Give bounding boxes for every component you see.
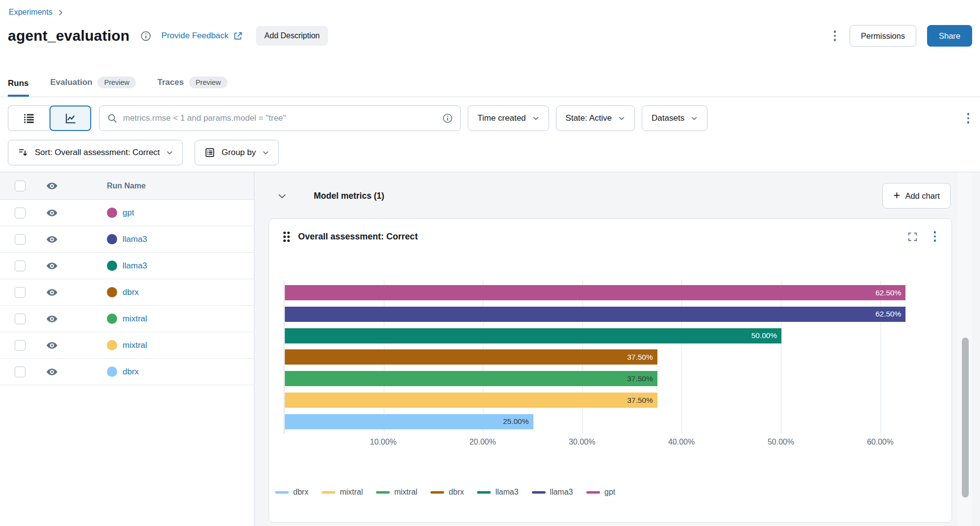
bar-llama3: 62.50% bbox=[285, 307, 905, 322]
legend-item-gpt[interactable]: gpt bbox=[586, 488, 615, 497]
visibility-eye-icon[interactable] bbox=[46, 260, 58, 272]
run-checkbox[interactable] bbox=[15, 208, 25, 218]
visibility-eye-icon[interactable] bbox=[46, 180, 58, 192]
scrollbar-thumb[interactable] bbox=[962, 338, 969, 498]
bar-value-label: 37.50% bbox=[627, 353, 657, 362]
chart-card-header: Overall assessment: Correct bbox=[283, 231, 939, 242]
group-by-dropdown[interactable]: Group by bbox=[195, 140, 279, 165]
run-checkbox[interactable] bbox=[15, 234, 25, 245]
add-chart-label: Add chart bbox=[905, 191, 940, 201]
x-tick-label: 60.00% bbox=[867, 438, 893, 447]
run-checkbox[interactable] bbox=[15, 287, 25, 298]
select-all-checkbox[interactable] bbox=[15, 181, 25, 191]
drag-handle-icon[interactable] bbox=[283, 232, 290, 242]
breadcrumb: Experiments bbox=[9, 8, 64, 17]
visibility-eye-icon[interactable] bbox=[46, 287, 58, 298]
run-checkbox[interactable] bbox=[15, 261, 25, 271]
legend-item-llama3[interactable]: llama3 bbox=[532, 488, 573, 497]
state-filter-dropdown[interactable]: State: Active bbox=[556, 105, 635, 131]
visibility-eye-icon[interactable] bbox=[46, 234, 58, 245]
tab-runs[interactable]: Runs bbox=[8, 79, 29, 97]
legend-swatch bbox=[430, 491, 444, 494]
sort-dropdown[interactable]: Sort: Overall assessment: Correct bbox=[8, 140, 183, 165]
bar-value-label: 50.00% bbox=[751, 331, 781, 340]
breadcrumb-experiments-link[interactable]: Experiments bbox=[9, 8, 52, 17]
external-link-icon bbox=[233, 31, 243, 41]
chart-title: Overall assessment: Correct bbox=[298, 232, 418, 242]
sort-toolbar: Sort: Overall assessment: Correct Group … bbox=[8, 140, 279, 165]
tab-evaluation-label: Evaluation bbox=[50, 78, 93, 87]
chart-view-toggle-button[interactable] bbox=[50, 105, 91, 131]
run-name-link[interactable]: llama3 bbox=[123, 235, 147, 244]
chevron-down-icon bbox=[618, 115, 625, 122]
bar-llama3: 50.00% bbox=[285, 328, 781, 343]
tab-evaluation[interactable]: Evaluation Preview bbox=[50, 77, 136, 97]
charts-panel: Model metrics (1) + Add chart Overall as… bbox=[254, 172, 980, 526]
run-name-link[interactable]: gpt bbox=[123, 208, 134, 218]
tab-traces[interactable]: Traces Preview bbox=[157, 77, 227, 97]
share-button[interactable]: Share bbox=[927, 25, 972, 47]
run-name-link[interactable]: dbrx bbox=[123, 367, 139, 377]
list-view-toggle-button[interactable] bbox=[8, 105, 50, 131]
runs-table-panel: Run Name gptllama3llama3dbrxmixtralmixtr… bbox=[0, 172, 254, 526]
legend-label: mixtral bbox=[394, 488, 417, 497]
run-name-link[interactable]: mixtral bbox=[123, 341, 147, 350]
time-created-label: Time created bbox=[477, 113, 526, 123]
run-checkbox[interactable] bbox=[15, 367, 25, 377]
run-checkbox[interactable] bbox=[15, 314, 25, 324]
add-description-button[interactable]: Add Description bbox=[256, 26, 328, 46]
legend-label: mixtral bbox=[340, 488, 363, 497]
run-checkbox[interactable] bbox=[15, 340, 25, 351]
legend-swatch bbox=[376, 491, 390, 494]
legend-label: dbrx bbox=[449, 488, 464, 497]
gridline bbox=[781, 281, 781, 434]
search-input[interactable] bbox=[123, 113, 437, 123]
visibility-eye-icon[interactable] bbox=[46, 313, 58, 325]
header-actions: Permissions Share bbox=[831, 25, 972, 47]
visibility-eye-icon[interactable] bbox=[46, 207, 58, 219]
legend-swatch bbox=[275, 491, 289, 494]
provide-feedback-link[interactable]: Provide Feedback bbox=[161, 31, 243, 41]
legend-item-dbrx[interactable]: dbrx bbox=[275, 488, 308, 497]
time-created-filter-dropdown[interactable]: Time created bbox=[468, 105, 549, 131]
table-row: llama3 bbox=[0, 226, 254, 253]
run-color-dot bbox=[107, 367, 117, 377]
legend-item-mixtral[interactable]: mixtral bbox=[376, 488, 417, 497]
table-row: dbrx bbox=[0, 279, 254, 306]
list-view-icon bbox=[23, 112, 35, 125]
run-color-dot bbox=[107, 340, 117, 350]
add-chart-button[interactable]: + Add chart bbox=[882, 183, 951, 209]
run-name-link[interactable]: mixtral bbox=[123, 314, 147, 324]
group-by-label: Group by bbox=[222, 148, 256, 158]
datasets-filter-dropdown[interactable]: Datasets bbox=[642, 105, 707, 131]
toolbar-more-kebab-icon[interactable] bbox=[964, 110, 973, 127]
run-color-dot bbox=[107, 314, 117, 324]
table-row: gpt bbox=[0, 200, 254, 226]
plus-icon: + bbox=[893, 189, 900, 201]
experiment-menu-kebab-icon[interactable] bbox=[831, 27, 839, 44]
section-collapse-chevron-icon[interactable] bbox=[277, 191, 287, 201]
bar-mixtral: 37.50% bbox=[285, 393, 657, 408]
permissions-button[interactable]: Permissions bbox=[850, 25, 916, 47]
bar-value-label: 62.50% bbox=[876, 289, 906, 297]
bar-value-label: 62.50% bbox=[876, 310, 906, 318]
visibility-eye-icon[interactable] bbox=[46, 340, 58, 351]
run-name-link[interactable]: llama3 bbox=[123, 261, 147, 271]
run-color-dot bbox=[107, 261, 117, 271]
run-name-link[interactable]: dbrx bbox=[123, 288, 139, 297]
search-info-icon[interactable] bbox=[442, 113, 453, 124]
visibility-eye-icon[interactable] bbox=[46, 366, 58, 378]
bar-dbrx: 25.00% bbox=[285, 414, 533, 429]
datasets-filter-label: Datasets bbox=[652, 113, 684, 123]
tab-bar: Runs Evaluation Preview Traces Preview bbox=[0, 72, 980, 97]
run-search-box bbox=[99, 105, 461, 131]
legend-item-llama3[interactable]: llama3 bbox=[477, 488, 518, 497]
info-icon[interactable] bbox=[140, 30, 151, 42]
legend-item-dbrx[interactable]: dbrx bbox=[430, 488, 464, 497]
table-row: mixtral bbox=[0, 306, 254, 332]
expand-chart-icon[interactable] bbox=[907, 231, 918, 242]
chart-menu-kebab-icon[interactable] bbox=[931, 228, 939, 245]
legend-label: llama3 bbox=[550, 488, 573, 497]
gridline bbox=[880, 281, 881, 434]
legend-item-mixtral[interactable]: mixtral bbox=[322, 488, 363, 497]
